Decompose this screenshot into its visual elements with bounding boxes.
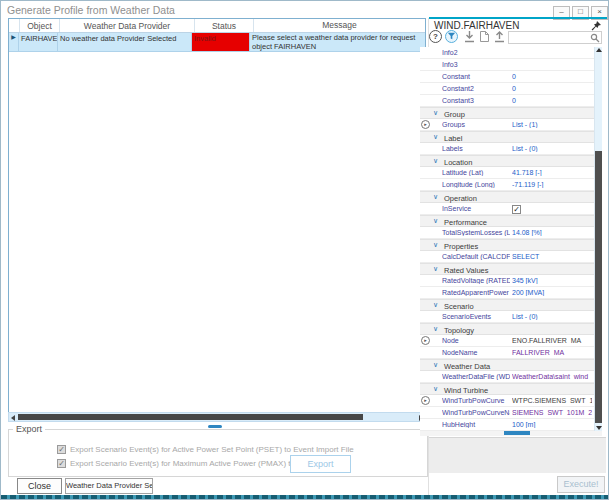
property-row-constant[interactable]: Constant0	[420, 71, 594, 83]
property-value[interactable]: SELECT	[512, 253, 592, 260]
column-header-object[interactable]: Object	[20, 19, 60, 32]
group-label: Label	[444, 134, 462, 143]
row-indicator-column-header	[9, 19, 20, 32]
execute-button[interactable]: Execute!	[557, 476, 605, 493]
property-value[interactable]: 0	[512, 85, 592, 92]
property-row-constant3[interactable]: Constant30	[420, 95, 594, 107]
property-value[interactable]: List - (1)	[512, 121, 592, 128]
property-row-nodename[interactable]: NodeNameFALLRIVER_MA	[420, 347, 594, 359]
property-value[interactable]: 345 [kV]	[512, 277, 592, 284]
scroll-down-icon[interactable]	[596, 426, 602, 430]
column-header-message[interactable]: Message	[254, 19, 425, 32]
property-value[interactable]: WeatherData\saint_wind	[512, 373, 592, 380]
chevron-down-icon: ∨	[433, 157, 438, 165]
export-button[interactable]: Export	[290, 455, 351, 473]
cell-provider: No weather data Provider Selected	[58, 33, 192, 52]
table-horizontal-scrollbar[interactable]	[8, 412, 426, 422]
property-value[interactable]: 14.08 [%]	[512, 229, 592, 236]
scroll-left-icon[interactable]	[11, 415, 15, 421]
property-group-location[interactable]: ∨Location	[420, 155, 594, 167]
report-page-icon[interactable]	[478, 30, 491, 43]
splitter-handle[interactable]	[208, 425, 222, 428]
property-row-totalsystemlosses-los[interactable]: TotalSystemLosses (LOS...14.08 [%]	[420, 227, 594, 239]
property-row-node[interactable]: ▸NodeENO.FALLRIVER_MA	[420, 335, 594, 347]
property-name: ScenarioEvents	[442, 313, 510, 320]
property-group-operation[interactable]: ∨Operation	[420, 191, 594, 203]
table-row[interactable]: ▶ FAIRHAVEN No weather data Provider Sel…	[9, 33, 425, 52]
property-value[interactable]: 41.718 [-]	[512, 169, 592, 176]
property-row-weatherdatafile-wdfile[interactable]: WeatherDataFile (WDFile)WeatherData\sain…	[420, 371, 594, 383]
group-label: Performance	[444, 218, 487, 227]
property-row-constant2[interactable]: Constant20	[420, 83, 594, 95]
property-row-windturbpowcurvena[interactable]: WindTurbPowCurveNa...SIEMENS_SWT_101M_23	[420, 407, 594, 419]
property-value[interactable]: 0	[512, 97, 592, 104]
property-group-wind-turbine[interactable]: ∨Wind Turbine	[420, 383, 594, 395]
property-row-labels[interactable]: LabelsList - (0)	[420, 143, 594, 155]
column-header-status[interactable]: Status	[195, 19, 254, 32]
property-value[interactable]: List - (0)	[512, 313, 592, 320]
group-label: Weather Data	[444, 362, 490, 371]
property-grid: Info2Info3Constant0Constant20Constant30∨…	[420, 47, 594, 431]
navigate-object-icon[interactable]: ▸	[421, 120, 430, 129]
property-value[interactable]: FALLRIVER_MA	[512, 349, 592, 356]
export-pset-checkbox-row[interactable]: ✓ Export Scenario Event(s) for Active Po…	[57, 445, 354, 454]
property-row-ratedapparentpower-r[interactable]: RatedApparentPower (R...200 [MVA]	[420, 287, 594, 299]
property-row-windturbpowcurve[interactable]: ▸WindTurbPowCurveWTPC.SIEMENS_SWT_10	[420, 395, 594, 407]
navigate-object-icon[interactable]: ▸	[421, 396, 430, 405]
property-group-properties[interactable]: ∨Properties	[420, 239, 594, 251]
property-value[interactable]: -71.119 [-]	[512, 181, 592, 188]
search-input[interactable]	[510, 32, 592, 43]
property-group-rated-values[interactable]: ∨Rated Values	[420, 263, 594, 275]
scrollbar-thumb[interactable]	[504, 431, 530, 435]
property-row-info3[interactable]: Info3	[420, 59, 594, 71]
inservice-checkbox[interactable]: ✓	[512, 205, 521, 214]
property-name: InService	[442, 205, 510, 212]
property-group-group[interactable]: ∨Group	[420, 107, 594, 119]
property-row-hubheight[interactable]: HubHeight100 [m]	[420, 419, 594, 431]
property-row-scenarioevents[interactable]: ScenarioEventsList - (0)	[420, 311, 594, 323]
property-value[interactable]: 100 [m]	[512, 421, 592, 428]
column-header-provider[interactable]: Weather Data Provider	[60, 19, 195, 32]
property-grid-vertical-scrollbar[interactable]	[594, 47, 602, 431]
property-value[interactable]: 0	[512, 73, 592, 80]
property-row-inservice[interactable]: InService✓	[420, 203, 594, 215]
property-row-longitude-long[interactable]: Longitude (Long)-71.119 [-]	[420, 179, 594, 191]
property-row-calcdefault-calcdflt[interactable]: CalcDefault (CALCDFLT)SELECT	[420, 251, 594, 263]
property-value[interactable]: ENO.FALLRIVER_MA	[512, 337, 592, 344]
help-circle-icon[interactable]: ?	[429, 30, 442, 43]
property-group-label[interactable]: ∨Label	[420, 131, 594, 143]
panel-empty-area	[429, 437, 606, 473]
navigate-object-icon[interactable]: ▸	[421, 336, 430, 345]
property-row-info2[interactable]: Info2	[420, 47, 594, 59]
property-value[interactable]: ✓	[512, 205, 592, 214]
weather-data-provider-settings-button[interactable]: Weather Data Provider Sett...	[65, 478, 153, 494]
scroll-up-icon[interactable]	[596, 48, 602, 52]
property-name: Info2	[442, 49, 510, 56]
close-button[interactable]: Close	[17, 478, 62, 494]
property-value[interactable]: 200 [MVA]	[512, 289, 592, 296]
cell-object: FAIRHAVEN	[19, 33, 58, 52]
property-search-box	[508, 31, 602, 44]
export-arrow-icon[interactable]	[493, 30, 506, 43]
filter-funnel-icon[interactable]	[445, 30, 458, 43]
property-row-latitude-lat[interactable]: Latitude (Lat)41.718 [-]	[420, 167, 594, 179]
property-group-weather-data[interactable]: ∨Weather Data	[420, 359, 594, 371]
property-name: RatedVoltage (RATEDV)	[442, 277, 510, 284]
property-group-topology[interactable]: ∨Topology	[420, 323, 594, 335]
property-value[interactable]: SIEMENS_SWT_101M_23	[512, 409, 592, 416]
property-row-ratedvoltage-ratedv[interactable]: RatedVoltage (RATEDV)345 [kV]	[420, 275, 594, 287]
import-arrow-icon[interactable]	[463, 30, 476, 43]
property-group-performance[interactable]: ∨Performance	[420, 215, 594, 227]
scrollbar-thumb[interactable]	[18, 414, 363, 420]
scrollbar-thumb[interactable]	[595, 151, 602, 423]
property-row-groups[interactable]: ▸GroupsList - (1)	[420, 119, 594, 131]
chevron-down-icon: ∨	[433, 385, 438, 393]
property-group-scenario[interactable]: ∨Scenario	[420, 299, 594, 311]
properties-toolbar: ?	[429, 30, 606, 47]
pset-checkbox[interactable]: ✓	[57, 445, 66, 454]
property-grid-horizontal-scrollbar[interactable]	[420, 431, 602, 436]
pmax-checkbox[interactable]: ✓	[57, 459, 66, 468]
property-value[interactable]: WTPC.SIEMENS_SWT_10	[512, 397, 592, 404]
chevron-down-icon: ∨	[433, 325, 438, 333]
property-value[interactable]: List - (0)	[512, 145, 592, 152]
